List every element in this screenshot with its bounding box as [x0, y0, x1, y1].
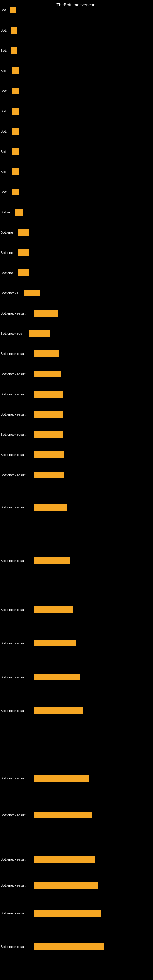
- bar-label: Bottleneck result: [1, 312, 32, 315]
- bar-row: Bottleneck result: [1, 557, 70, 564]
- bar-row: Bottleneck result: [1, 943, 104, 950]
- bar-fill: [33, 910, 101, 916]
- bar-fill: [24, 290, 40, 296]
- bar-label: Bottleneck result: [1, 912, 32, 915]
- bar-label: Bottleneck result: [1, 608, 32, 612]
- bar-row: Bottl: [1, 128, 19, 135]
- bar-fill: [33, 504, 67, 511]
- bar-label: Bottl: [1, 190, 11, 194]
- bar-label: Bottleneck r: [1, 291, 22, 295]
- bar-fill: [33, 775, 89, 781]
- bar-fill: [33, 708, 83, 714]
- bar-row: Bottleneck result: [1, 910, 101, 916]
- bar-row: Bottleneck result: [1, 371, 61, 377]
- bar-fill: [33, 882, 98, 889]
- bar-label: Bottleneck result: [1, 453, 32, 457]
- bar-fill: [18, 249, 29, 256]
- bar-label: Bottleneck result: [1, 559, 32, 563]
- bar-fill: [33, 674, 80, 681]
- bar-fill: [33, 472, 64, 478]
- bar-row: Bottleneck result: [1, 350, 59, 357]
- bar-label: Bottleneck result: [1, 412, 32, 416]
- bar-row: Bottleneck result: [1, 391, 63, 398]
- bar-fill: [33, 391, 63, 398]
- bar-row: Bottleneck result: [1, 775, 89, 781]
- bar-label: Bottleneck result: [1, 473, 32, 477]
- bar-label: Bottleneck result: [1, 641, 32, 645]
- bar-row: Bottl: [1, 169, 19, 175]
- bar-row: Bottleneck result: [1, 640, 76, 646]
- bar-row: Bottleneck result: [1, 708, 83, 714]
- bar-row: Bottleneck result: [1, 310, 58, 317]
- bar-label: Bottleneck result: [1, 883, 32, 887]
- bar-label: Bottleneck result: [1, 372, 32, 376]
- bar-row: Bottl: [1, 108, 19, 115]
- bar-row: Bottlene: [1, 269, 29, 276]
- bar-fill: [33, 310, 58, 317]
- bar-fill: [11, 27, 17, 34]
- bar-row: Bot: [1, 7, 16, 13]
- bar-label: Bottleneck result: [1, 776, 32, 780]
- bar-row: Bottleneck result: [1, 674, 80, 681]
- bar-label: Bottleneck result: [1, 392, 32, 396]
- bar-fill: [10, 7, 16, 13]
- bar-label: Bottleneck res: [1, 332, 28, 335]
- bar-fill: [12, 88, 19, 94]
- bar-fill: [12, 128, 19, 135]
- bar-row: Bottleneck result: [1, 856, 95, 863]
- bar-label: Bottleneck result: [1, 675, 32, 679]
- bar-label: Bottlene: [1, 251, 16, 255]
- bar-row: Bottleneck result: [1, 504, 67, 511]
- bar-label: Bottlene: [1, 231, 16, 234]
- bar-fill: [33, 371, 61, 377]
- bar-fill: [12, 189, 19, 196]
- bar-fill: [33, 856, 95, 863]
- bar-label: Bottleneck result: [1, 352, 32, 356]
- bar-label: Bottlene: [1, 271, 16, 275]
- bar-fill: [33, 411, 63, 418]
- bar-row: Bottleneck result: [1, 431, 63, 438]
- bar-fill: [33, 431, 63, 438]
- bar-fill: [12, 108, 19, 115]
- bar-fill: [12, 67, 19, 74]
- bar-row: Bottl: [1, 148, 19, 155]
- bar-row: Bottleneck result: [1, 472, 64, 478]
- bar-fill: [11, 47, 17, 54]
- bar-row: Bottl: [1, 67, 19, 74]
- bar-fill: [33, 350, 59, 357]
- bar-row: Bottlene: [1, 229, 29, 236]
- bar-label: Bottl: [1, 89, 11, 93]
- bar-row: Bottleneck result: [1, 452, 64, 458]
- bar-fill: [18, 269, 29, 276]
- bar-row: Bottlene: [1, 249, 29, 256]
- bar-fill: [18, 229, 29, 236]
- bar-fill: [33, 557, 70, 564]
- bar-row: Bottleneck result: [1, 606, 73, 613]
- bar-fill: [12, 169, 19, 175]
- bar-fill: [33, 811, 92, 818]
- bar-label: Bottleneck result: [1, 813, 32, 817]
- bar-row: Bottleneck r: [1, 290, 40, 296]
- bar-fill: [15, 209, 23, 216]
- bar-row: Bottl: [1, 189, 19, 196]
- bar-label: Bottl: [1, 170, 11, 173]
- bar-label: Bottl: [1, 109, 11, 113]
- bar-fill: [33, 606, 73, 613]
- bar-fill: [33, 943, 104, 950]
- bar-label: Bottleneck result: [1, 433, 32, 436]
- bar-row: Bottler: [1, 209, 23, 216]
- bar-row: Bottleneck result: [1, 411, 63, 418]
- bar-label: Bottler: [1, 210, 13, 214]
- bar-label: Bot: [1, 8, 9, 12]
- bar-fill: [33, 640, 76, 646]
- bar-label: Bottleneck result: [1, 505, 32, 509]
- bar-fill: [12, 148, 19, 155]
- site-title: TheBottlenecker.com: [56, 2, 97, 7]
- bar-row: Bottleneck res: [1, 330, 49, 337]
- bar-fill: [29, 330, 49, 337]
- bar-row: Bottleneck result: [1, 811, 92, 818]
- bar-label: Bott: [1, 29, 10, 32]
- bar-fill: [33, 452, 64, 458]
- bar-label: Bott: [1, 49, 10, 52]
- bar-label: Bottleneck result: [1, 709, 32, 713]
